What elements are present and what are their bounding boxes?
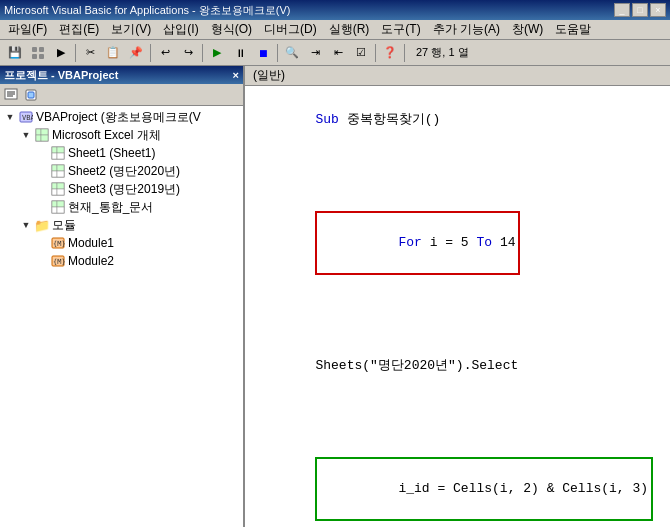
toolbar-separator-6	[404, 44, 405, 62]
svg-rect-15	[36, 135, 41, 141]
tree-label-module1: Module1	[68, 236, 114, 250]
tree-label-sheet2: Sheet2 (명단2020년)	[68, 163, 180, 180]
menu-addins[interactable]: 추가 기능(A)	[427, 19, 506, 40]
menu-debug[interactable]: 디버그(D)	[258, 19, 323, 40]
tree-item-workbook[interactable]: 현재_통합_문서	[2, 198, 241, 216]
tree-item-excel-objects[interactable]: ▼ Microsoft Excel 개체	[2, 126, 241, 144]
view-code-btn[interactable]	[2, 87, 20, 103]
menu-format[interactable]: 형식(O)	[205, 19, 258, 40]
menu-view[interactable]: 보기(V)	[105, 19, 157, 40]
svg-rect-13	[36, 129, 41, 135]
code-editor-panel: (일반) Sub 중복항목찾기() For i = 5 To 14 Sheets…	[245, 66, 670, 527]
expand-excel[interactable]: ▼	[18, 127, 34, 143]
tree-item-modules-folder[interactable]: ▼ 📁 모듈	[2, 216, 241, 234]
tb-arrow-btn[interactable]: ▶	[50, 43, 72, 63]
tree-item-module2[interactable]: {M} Module2	[2, 252, 241, 270]
svg-rect-1	[39, 47, 44, 52]
svg-text:{M}: {M}	[53, 240, 65, 248]
tb-btn2[interactable]	[27, 43, 49, 63]
view-object-btn[interactable]	[22, 87, 40, 103]
svg-rect-0	[32, 47, 37, 52]
module1-icon: {M}	[50, 235, 66, 251]
tree-label-sheet3: Sheet3 (명단2019년)	[68, 181, 180, 198]
tb-undo-btn[interactable]: ↩	[154, 43, 176, 63]
svg-rect-9	[28, 92, 34, 98]
tree-item-sheet3[interactable]: Sheet3 (명단2019년)	[2, 180, 241, 198]
svg-rect-21	[57, 153, 64, 159]
close-button[interactable]: ×	[650, 3, 666, 17]
sheet2-icon	[50, 163, 66, 179]
minimize-button[interactable]: _	[614, 3, 630, 17]
tb-outdent-btn[interactable]: ⇤	[327, 43, 349, 63]
menu-tools[interactable]: 도구(T)	[375, 19, 426, 40]
expand-module1	[34, 235, 50, 251]
menu-bar: 파일(F) 편집(E) 보기(V) 삽입(I) 형식(O) 디버그(D) 실행(…	[0, 20, 670, 40]
project-explorer: 프로젝트 - VBAProject × ▼	[0, 66, 245, 527]
tb-pause-btn[interactable]: ⏸	[229, 43, 251, 63]
maximize-button[interactable]: □	[632, 3, 648, 17]
svg-text:VBA: VBA	[22, 114, 33, 122]
expand-sheet2	[34, 163, 50, 179]
project-tree[interactable]: ▼ VBA VBAProject (왕초보용메크로(V ▼	[0, 106, 243, 527]
tb-paste-btn[interactable]: 📌	[125, 43, 147, 63]
tree-item-module1[interactable]: {M} Module1	[2, 234, 241, 252]
modules-folder-icon: 📁	[34, 217, 50, 233]
tree-item-sheet2[interactable]: Sheet2 (명단2020년)	[2, 162, 241, 180]
code-editor[interactable]: Sub 중복항목찾기() For i = 5 To 14 Sheets("명단2…	[245, 86, 670, 527]
expand-workbook	[34, 199, 50, 215]
expand-modules[interactable]: ▼	[18, 217, 34, 233]
toolbar-separator-4	[277, 44, 278, 62]
svg-text:{M}: {M}	[53, 258, 65, 266]
tb-redo-btn[interactable]: ↪	[177, 43, 199, 63]
tb-copy-btn[interactable]: 📋	[102, 43, 124, 63]
tree-label-modules: 모듈	[52, 217, 76, 234]
svg-rect-26	[57, 171, 64, 177]
tb-save-btn[interactable]: 💾	[4, 43, 26, 63]
tb-run-btn[interactable]: ▶	[206, 43, 228, 63]
vbaproject-icon: VBA	[18, 109, 34, 125]
expand-sheet1	[34, 145, 50, 161]
menu-edit[interactable]: 편집(E)	[53, 19, 105, 40]
expand-vbaproject[interactable]: ▼	[2, 109, 18, 125]
svg-rect-14	[41, 129, 48, 135]
svg-rect-16	[41, 135, 48, 141]
sheet1-icon	[50, 145, 66, 161]
tb-stop-btn[interactable]: ⏹	[252, 43, 274, 63]
title-bar-buttons: _ □ ×	[614, 3, 666, 17]
excel-objects-icon	[34, 127, 50, 143]
project-panel-close[interactable]: ×	[233, 69, 239, 81]
position-info: 27 행, 1 열	[416, 45, 469, 60]
tb-find-btn[interactable]: 🔍	[281, 43, 303, 63]
svg-rect-31	[57, 189, 64, 195]
code-blank-1	[253, 150, 670, 170]
code-blank-2	[253, 295, 670, 315]
tree-item-sheet1[interactable]: Sheet1 (Sheet1)	[2, 144, 241, 162]
menu-window[interactable]: 창(W)	[506, 19, 549, 40]
code-header: (일반)	[245, 66, 670, 86]
svg-rect-19	[57, 147, 64, 153]
tb-cut-btn[interactable]: ✂	[79, 43, 101, 63]
svg-rect-23	[52, 165, 57, 171]
expand-sheet3	[34, 181, 50, 197]
tree-item-vbaproject[interactable]: ▼ VBA VBAProject (왕초보용메크로(V	[2, 108, 241, 126]
i-id-box: i_id = Cells(i, 2) & Cells(i, 3)	[315, 457, 653, 521]
svg-rect-33	[52, 201, 57, 207]
menu-file[interactable]: 파일(F)	[2, 19, 53, 40]
menu-run[interactable]: 실행(R)	[323, 19, 376, 40]
svg-rect-20	[52, 153, 57, 159]
svg-rect-18	[52, 147, 57, 153]
svg-rect-25	[52, 171, 57, 177]
menu-help[interactable]: 도움말	[549, 19, 597, 40]
tb-help-btn[interactable]: ❓	[379, 43, 401, 63]
tree-label-vbaproject: VBAProject (왕초보용메크로(V	[36, 109, 201, 126]
menu-insert[interactable]: 삽입(I)	[157, 19, 204, 40]
svg-rect-35	[52, 207, 57, 213]
tree-label-sheet1: Sheet1 (Sheet1)	[68, 146, 155, 160]
svg-rect-24	[57, 165, 64, 171]
tb-toggle-btn[interactable]: ☑	[350, 43, 372, 63]
svg-rect-36	[57, 207, 64, 213]
tb-indent-btn[interactable]: ⇥	[304, 43, 326, 63]
code-line-i-id: i_id = Cells(i, 2) & Cells(i, 3)	[253, 416, 670, 527]
svg-rect-2	[32, 54, 37, 59]
for-i-box: For i = 5 To 14	[315, 211, 520, 275]
